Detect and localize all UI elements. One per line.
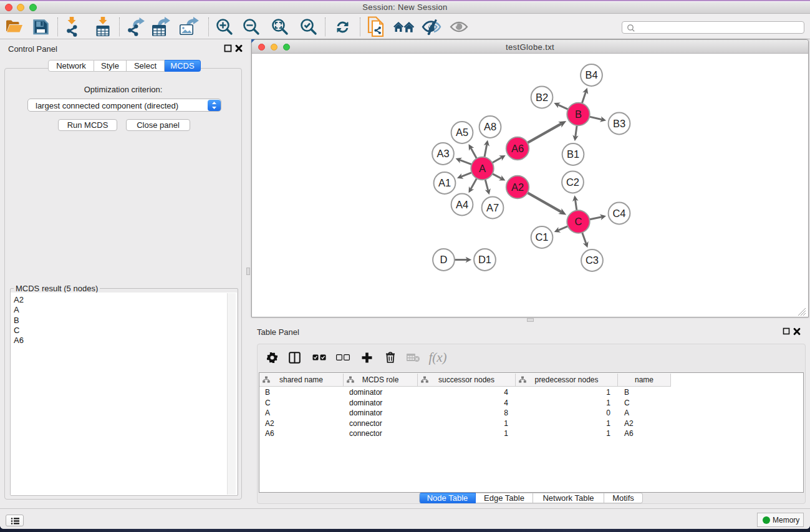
svg-text:B1: B1: [567, 148, 579, 160]
svg-text:B3: B3: [613, 118, 625, 129]
svg-text:A5: A5: [456, 127, 468, 138]
svg-text:B: B: [575, 109, 582, 120]
svg-text:D: D: [440, 254, 448, 265]
svg-text:A6: A6: [511, 143, 524, 154]
svg-text:B2: B2: [536, 92, 548, 103]
svg-text:B4: B4: [585, 69, 597, 80]
svg-text:A1: A1: [438, 177, 451, 188]
svg-text:A8: A8: [484, 121, 496, 132]
svg-text:A: A: [479, 163, 486, 174]
svg-text:D1: D1: [478, 254, 491, 265]
svg-text:A7: A7: [486, 202, 499, 213]
svg-text:C3: C3: [586, 254, 599, 266]
svg-text:C4: C4: [612, 208, 625, 219]
svg-text:A4: A4: [456, 199, 468, 210]
svg-text:C: C: [575, 216, 582, 227]
svg-text:C2: C2: [566, 177, 579, 188]
svg-text:A3: A3: [436, 148, 449, 159]
svg-text:C1: C1: [535, 231, 548, 243]
svg-text:A2: A2: [511, 181, 524, 193]
